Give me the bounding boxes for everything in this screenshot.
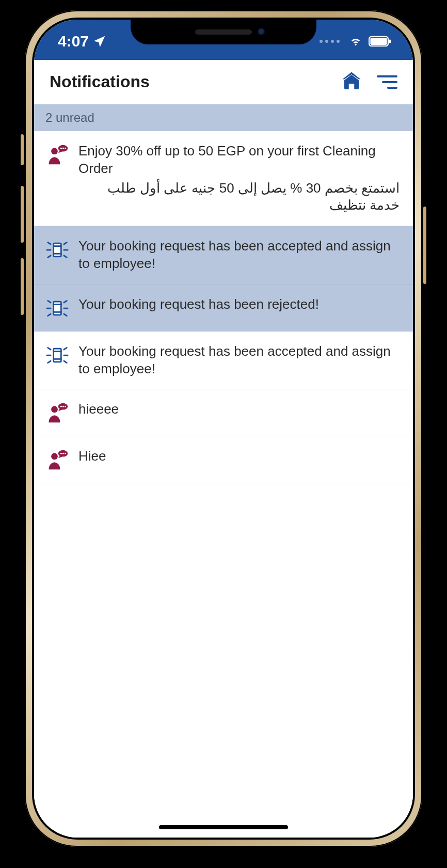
notification-item[interactable]: Hiee xyxy=(34,436,413,483)
notification-item[interactable]: hieeee xyxy=(34,389,413,436)
svg-point-19 xyxy=(60,406,62,407)
app-header: Notifications xyxy=(34,60,413,104)
notification-text: hieeee xyxy=(78,401,400,418)
person-speech-icon xyxy=(45,401,69,424)
notification-text-line: Your booking request has been rejected! xyxy=(78,296,319,312)
notification-text-line: Hiee xyxy=(78,448,106,464)
phone-frame: 4:07 xyxy=(25,10,422,847)
home-indicator[interactable] xyxy=(159,825,288,829)
booking-icon xyxy=(45,238,69,261)
person-speech-icon xyxy=(45,143,69,166)
signal-dots-icon xyxy=(320,40,340,43)
notification-text-line-ar: استمتع بخصم 30 % يصل إلى 50 جنيه على أول… xyxy=(78,180,400,215)
svg-rect-2 xyxy=(389,40,391,43)
notification-item[interactable]: Your booking request has been accepted a… xyxy=(34,226,413,285)
svg-point-5 xyxy=(60,148,62,149)
unread-count-label: 2 unread xyxy=(45,111,94,124)
notification-text-line: Enjoy 30% off up to 50 EGP on your first… xyxy=(78,143,376,176)
svg-rect-14 xyxy=(54,349,61,362)
svg-point-24 xyxy=(60,453,62,454)
battery-icon xyxy=(369,35,392,48)
svg-point-21 xyxy=(65,406,66,407)
svg-point-17 xyxy=(51,406,58,413)
page-title: Notifications xyxy=(50,72,150,91)
svg-rect-1 xyxy=(370,38,387,45)
notification-text-line: hieeee xyxy=(78,401,119,417)
screen: 4:07 xyxy=(34,20,413,838)
svg-rect-8 xyxy=(54,243,61,257)
notification-text: Your booking request has been accepted a… xyxy=(78,238,400,273)
notification-list[interactable]: Enjoy 30% off up to 50 EGP on your first… xyxy=(34,131,413,838)
home-icon[interactable] xyxy=(341,70,362,94)
svg-point-25 xyxy=(62,453,64,454)
unread-count-strip: 2 unread xyxy=(34,104,413,131)
svg-point-7 xyxy=(65,148,66,149)
notification-text: Your booking request has been rejected! xyxy=(78,296,400,313)
booking-icon xyxy=(45,343,69,367)
notification-text: Enjoy 30% off up to 50 EGP on your first… xyxy=(78,143,400,214)
person-speech-icon xyxy=(45,448,69,471)
notification-item[interactable]: Your booking request has been accepted a… xyxy=(34,332,413,390)
filter-icon[interactable] xyxy=(377,73,397,91)
svg-point-26 xyxy=(65,453,66,454)
notch xyxy=(131,20,316,44)
location-arrow-icon xyxy=(94,36,105,47)
svg-point-22 xyxy=(51,453,58,460)
notification-text: Your booking request has been accepted a… xyxy=(78,343,400,378)
notification-item[interactable]: Your booking request has been rejected! xyxy=(34,285,413,332)
status-time: 4:07 xyxy=(58,33,89,50)
notification-text-line: Your booking request has been accepted a… xyxy=(78,238,391,271)
notification-item[interactable]: Enjoy 30% off up to 50 EGP on your first… xyxy=(34,131,413,226)
svg-point-6 xyxy=(62,148,64,149)
svg-point-20 xyxy=(62,406,64,407)
speaker-grille xyxy=(195,29,252,35)
svg-rect-11 xyxy=(54,302,61,315)
svg-point-3 xyxy=(51,148,58,154)
notification-text-line: Your booking request has been accepted a… xyxy=(78,343,391,376)
front-camera xyxy=(258,28,265,35)
notification-text: Hiee xyxy=(78,448,400,465)
booking-icon xyxy=(45,296,69,320)
wifi-icon xyxy=(348,35,363,48)
